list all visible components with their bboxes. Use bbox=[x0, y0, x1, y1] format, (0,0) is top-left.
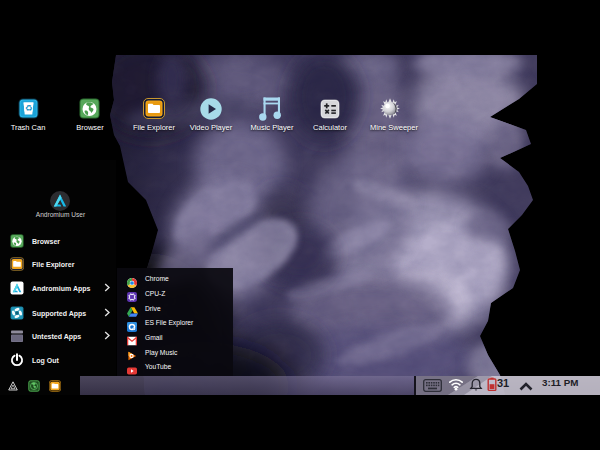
svg-text:♻: ♻ bbox=[25, 103, 33, 113]
